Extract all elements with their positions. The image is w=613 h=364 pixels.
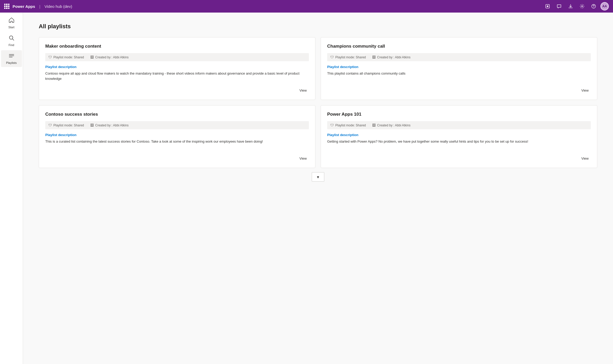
shield-icon-2: 🛡 <box>330 55 334 59</box>
playlist-desc-text-1: Contoso require all app and cloud flow m… <box>45 71 309 83</box>
playlist-desc-text-4: Getting started with Power Apps? No prob… <box>327 139 591 151</box>
chat-icon[interactable] <box>554 2 564 11</box>
scroll-down-button[interactable]: ▾ <box>312 172 324 182</box>
playlist-card-champions: Champions community call 🛡 Playlist mode… <box>321 37 597 100</box>
playlist-title-4: Power Apps 101 <box>327 112 591 117</box>
playlist-mode-4: 🛡 Playlist mode: Shared <box>330 123 366 127</box>
playlist-desc-label-2[interactable]: Playlist description <box>327 65 591 69</box>
sidebar: Start Find Playlists <box>0 13 23 364</box>
playlist-mode-2: 🛡 Playlist mode: Shared <box>330 55 366 59</box>
playlist-card-maker-onboarding: Maker onboarding content 🛡 Playlist mode… <box>39 37 315 100</box>
playlist-creator-3: 🖼 Created by : Abbi Atkins <box>90 123 129 127</box>
main-layout: Start Find Playlists All playlists Maker… <box>0 13 613 364</box>
playlist-meta-3: 🛡 Playlist mode: Shared 🖼 Created by : A… <box>45 121 309 129</box>
topbar: Power Apps | Video hub (dev) AA <box>0 0 613 13</box>
sidebar-start-label: Start <box>8 26 14 29</box>
sidebar-find-label: Find <box>9 43 14 47</box>
playlist-view-btn-1[interactable]: View <box>297 87 309 93</box>
app-subtitle: Video hub (dev) <box>44 4 72 9</box>
svg-point-1 <box>547 5 548 7</box>
waffle-menu[interactable] <box>4 4 9 9</box>
settings-icon[interactable] <box>577 2 587 11</box>
sidebar-item-start[interactable]: Start <box>1 15 22 31</box>
svg-point-2 <box>582 6 583 7</box>
title-separator: | <box>39 4 40 9</box>
playlist-mode-3: 🛡 Playlist mode: Shared <box>48 123 84 127</box>
playlist-desc-text-2: This playlist contains all champions com… <box>327 71 591 83</box>
playlist-title-2: Champions community call <box>327 44 591 49</box>
shield-icon-3: 🛡 <box>48 123 52 127</box>
playlist-title-3: Contoso success stories <box>45 112 309 117</box>
playlist-creator-4: 🖼 Created by : Abbi Atkins <box>372 123 410 127</box>
playlist-mode-1: 🛡 Playlist mode: Shared <box>48 55 84 59</box>
playlists-icon <box>9 53 14 60</box>
playlist-title-1: Maker onboarding content <box>45 44 309 49</box>
topbar-icons: AA <box>543 2 609 11</box>
playlist-meta-4: 🛡 Playlist mode: Shared 🖼 Created by : A… <box>327 121 591 129</box>
content-area: All playlists Maker onboarding content 🛡… <box>23 13 613 364</box>
shield-icon-4: 🛡 <box>330 123 334 127</box>
image-icon-2: 🖼 <box>372 55 376 59</box>
playlist-desc-text-3: This is a curated list containing the la… <box>45 139 309 151</box>
download-icon[interactable] <box>566 2 575 11</box>
playlist-view-btn-2[interactable]: View <box>579 87 591 93</box>
playlist-grid: Maker onboarding content 🛡 Playlist mode… <box>39 37 597 168</box>
app-title: Power Apps <box>13 4 35 9</box>
publish-icon[interactable] <box>543 2 552 11</box>
find-icon <box>9 35 14 42</box>
image-icon-4: 🖼 <box>372 123 376 127</box>
svg-point-4 <box>593 7 594 8</box>
page-title: All playlists <box>39 23 597 30</box>
sidebar-item-playlists[interactable]: Playlists <box>1 50 22 67</box>
playlist-card-powerapps101: Power Apps 101 🛡 Playlist mode: Shared 🖼… <box>321 105 597 168</box>
playlist-creator-1: 🖼 Created by : Abbi Atkins <box>90 55 129 59</box>
sidebar-playlists-label: Playlists <box>6 61 16 64</box>
playlist-meta-2: 🛡 Playlist mode: Shared 🖼 Created by : A… <box>327 53 591 61</box>
image-icon-1: 🖼 <box>90 55 94 59</box>
sidebar-item-find[interactable]: Find <box>1 32 22 49</box>
help-icon[interactable] <box>589 2 598 11</box>
playlist-desc-label-4[interactable]: Playlist description <box>327 133 591 137</box>
home-icon <box>9 17 14 25</box>
user-avatar[interactable]: AA <box>600 2 609 10</box>
playlist-creator-2: 🖼 Created by : Abbi Atkins <box>372 55 410 59</box>
shield-icon-1: 🛡 <box>48 55 52 59</box>
playlist-card-contoso: Contoso success stories 🛡 Playlist mode:… <box>39 105 315 168</box>
playlist-view-btn-4[interactable]: View <box>579 155 591 161</box>
playlist-meta-1: 🛡 Playlist mode: Shared 🖼 Created by : A… <box>45 53 309 61</box>
playlist-desc-label-3[interactable]: Playlist description <box>45 133 309 137</box>
scroll-btn-container: ▾ <box>39 168 597 184</box>
playlist-view-btn-3[interactable]: View <box>297 155 309 161</box>
image-icon-3: 🖼 <box>90 123 94 127</box>
playlist-desc-label-1[interactable]: Playlist description <box>45 65 309 69</box>
